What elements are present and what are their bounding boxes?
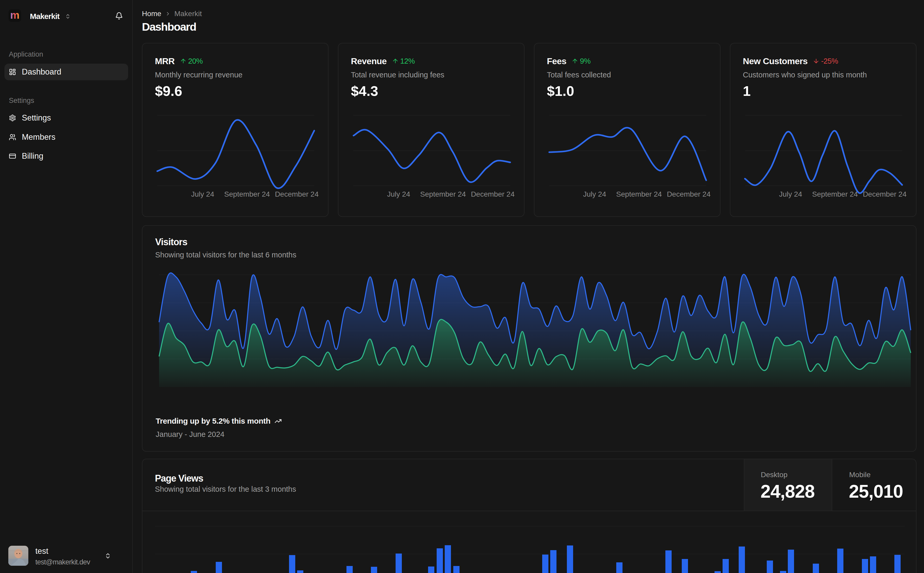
svg-text:m: m <box>10 9 19 21</box>
